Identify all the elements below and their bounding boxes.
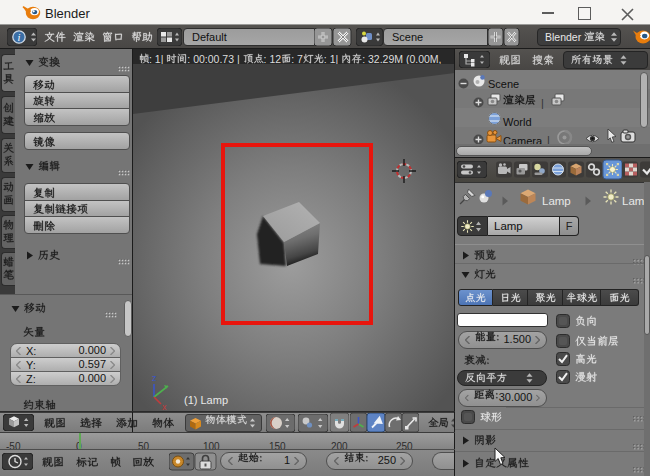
svg-text:z: z [152, 373, 157, 383]
svg-text:(1) Lamp: (1) Lamp [184, 394, 228, 406]
svg-text:i: i [18, 32, 21, 43]
